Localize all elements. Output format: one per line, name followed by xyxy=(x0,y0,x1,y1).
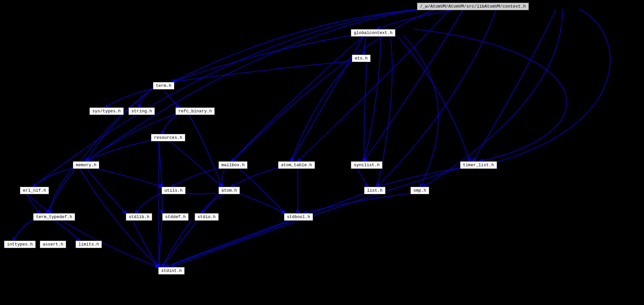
atom-table-h[interactable]: atom_table.h xyxy=(278,161,315,169)
inttypes-h[interactable]: inttypes.h xyxy=(4,241,36,248)
memory-h[interactable]: memory.h xyxy=(73,161,99,169)
limits-h[interactable]: limits.h xyxy=(75,241,102,248)
utils-h[interactable]: utils.h xyxy=(161,187,186,194)
sys-types-h[interactable]: sys/types.h xyxy=(89,107,124,115)
erl-nif-h[interactable]: erl_nif.h xyxy=(20,187,49,194)
mailbox-h[interactable]: mailbox.h xyxy=(218,161,248,169)
term-typedef-h[interactable]: term_typedef.h xyxy=(33,213,75,221)
term-h[interactable]: term.h xyxy=(153,82,174,90)
assert-h[interactable]: assert.h xyxy=(40,241,66,248)
stdbool-h[interactable]: stdbool.h xyxy=(284,213,313,221)
list-h[interactable]: list.h xyxy=(364,187,386,194)
stddef-h[interactable]: stddef.h xyxy=(162,213,189,221)
globalcontext-h[interactable]: globalcontext.h xyxy=(351,29,395,37)
string-h[interactable]: string.h xyxy=(128,107,155,115)
smp-h[interactable]: smp.h xyxy=(410,187,429,194)
resources-h[interactable]: resources.h xyxy=(151,134,185,141)
stdlib-h[interactable]: stdlib.h xyxy=(126,213,152,221)
timer-list-h[interactable]: timer_list.h xyxy=(460,161,497,169)
refc-binary-h[interactable]: refc_binary.h xyxy=(175,107,215,115)
synclist-h[interactable]: synclist.h xyxy=(351,161,383,169)
atom-h[interactable]: atom.h xyxy=(218,187,240,194)
stdint-h[interactable]: stdint.h xyxy=(158,267,185,275)
stdio-h[interactable]: stdio.h xyxy=(195,213,219,221)
ets-h[interactable]: ets.h xyxy=(352,55,371,62)
context-h-filepath[interactable]: /_w/AtomVM/AtomVM/src/libAtomVM/context.… xyxy=(417,3,529,10)
